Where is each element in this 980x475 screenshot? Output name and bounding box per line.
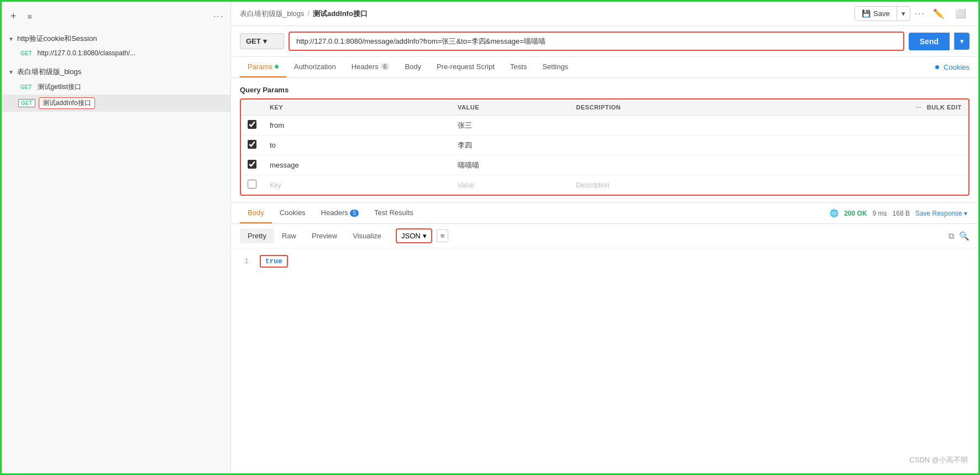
- col-description-header: DESCRIPTION: [569, 100, 766, 116]
- response-size: 168 B: [893, 210, 910, 217]
- response-true-value: true: [260, 255, 288, 268]
- tab-tests-label: Tests: [510, 62, 527, 71]
- response-tab-body[interactable]: Body: [240, 203, 272, 223]
- row4-checkbox[interactable]: [248, 180, 256, 189]
- method-get-badge-3: GET: [18, 99, 35, 107]
- request-tabs-bar: Params Authorization Headers 6 Body Pre-…: [231, 57, 978, 78]
- sidebar-item-getlist[interactable]: GET 测试getlist接口: [2, 80, 230, 95]
- row1-desc: [569, 116, 766, 135]
- query-params-table: KEY VALUE DESCRIPTION ··· Bulk Edit from…: [241, 100, 968, 195]
- tab-pre-request[interactable]: Pre-request Script: [429, 57, 502, 77]
- sidebar-more-button[interactable]: ···: [213, 12, 224, 22]
- search-body-button[interactable]: 🔍: [959, 231, 969, 241]
- sidebar-item-classpath[interactable]: GET http://127.0.0.1:8080/classpath/...: [2, 46, 230, 60]
- tab-settings-label: Settings: [542, 62, 568, 71]
- body-tab-raw[interactable]: Raw: [274, 228, 304, 243]
- tab-params[interactable]: Params: [240, 57, 286, 77]
- save-button[interactable]: 💾 Save: [855, 7, 897, 20]
- body-tab-pretty[interactable]: Pretty: [240, 228, 274, 243]
- save-dropdown-button[interactable]: ▾: [897, 7, 910, 20]
- method-chevron-icon: ▾: [263, 37, 267, 45]
- sidebar-filter-button[interactable]: ≡: [25, 11, 34, 22]
- header-bar: 表白墙初级版_blogs / 测试addInfo接口 💾 Save ▾ ··· …: [231, 2, 978, 26]
- tab-settings[interactable]: Settings: [534, 57, 576, 77]
- tab-body[interactable]: Body: [397, 57, 429, 77]
- row4-value-placeholder: Value: [458, 181, 474, 189]
- row4-desc-placeholder: Description: [576, 181, 609, 189]
- breadcrumb-current: 测试addInfo接口: [313, 9, 368, 19]
- response-tab-cookies[interactable]: Cookies: [272, 203, 313, 223]
- response-tab-test-results[interactable]: Test Results: [366, 203, 421, 223]
- url-input[interactable]: [290, 33, 903, 50]
- response-headers-label: Headers: [321, 208, 348, 217]
- response-section: Body Cookies Headers 5 Test Results 🌐 20…: [231, 202, 978, 473]
- json-true-text: true: [265, 257, 282, 265]
- method-select[interactable]: GET ▾: [240, 33, 284, 49]
- row2-checkbox[interactable]: [248, 140, 256, 149]
- sidebar-group-http-header[interactable]: ▼ http验证cookie和Session: [2, 31, 230, 46]
- response-headers-badge: 5: [350, 210, 359, 217]
- sidebar-toolbar: + ≡ ···: [2, 6, 230, 29]
- send-dropdown-button[interactable]: ▾: [954, 33, 969, 50]
- breadcrumb: 表白墙初级版_blogs / 测试addInfo接口: [240, 9, 368, 19]
- save-icon: 💾: [862, 9, 871, 18]
- save-button-group: 💾 Save ▾: [855, 6, 910, 21]
- line-number: 1: [244, 257, 249, 265]
- col-bulk-edit[interactable]: ··· Bulk Edit: [767, 100, 968, 116]
- row2-key: to: [263, 135, 451, 155]
- row3-key: message: [263, 155, 451, 175]
- method-label: GET: [246, 37, 261, 45]
- send-button[interactable]: Send: [909, 33, 950, 50]
- copy-body-button[interactable]: ⧉: [948, 231, 955, 241]
- cookies-link[interactable]: Cookies: [944, 63, 969, 71]
- headers-badge: 6: [381, 63, 390, 70]
- tab-body-label: Body: [405, 62, 421, 71]
- sidebar-item-getlist-label: 测试getlist接口: [38, 82, 81, 92]
- tab-authorization-label: Authorization: [294, 62, 336, 71]
- tab-authorization[interactable]: Authorization: [286, 57, 344, 77]
- query-params-table-wrapper: KEY VALUE DESCRIPTION ··· Bulk Edit from…: [240, 98, 969, 196]
- chevron-down-icon-2: ▼: [8, 69, 14, 75]
- response-tab-headers[interactable]: Headers 5: [313, 203, 366, 223]
- table-row: from 张三: [241, 116, 968, 135]
- row3-checkbox[interactable]: [248, 160, 256, 169]
- row1-checkbox[interactable]: [248, 120, 256, 129]
- save-response-button[interactable]: Save Response ▾: [915, 210, 967, 217]
- row3-value: 喵喵喵: [451, 155, 569, 175]
- method-get-badge-2: GET: [18, 83, 34, 91]
- response-tabs-bar: Body Cookies Headers 5 Test Results 🌐 20…: [231, 203, 978, 224]
- header-edit-button[interactable]: ✏️: [930, 6, 947, 21]
- col-key-header: KEY: [263, 100, 451, 116]
- sidebar-group-blogs-header[interactable]: ▼ 表白墙初级版_blogs: [2, 64, 230, 80]
- row2-desc: [569, 135, 766, 155]
- response-body-format-tabs: Pretty Raw Preview Visualize JSON ▾ ≡ ⧉ …: [231, 224, 978, 248]
- status-ok-badge: 200 OK: [844, 210, 867, 217]
- save-response-arrow: ▾: [964, 210, 967, 217]
- body-tab-preview[interactable]: Preview: [304, 228, 345, 243]
- main-content: 表白墙初级版_blogs / 测试addInfo接口 💾 Save ▾ ··· …: [231, 2, 978, 473]
- sidebar-item-addinfo[interactable]: GET 测试addInfo接口: [2, 95, 230, 112]
- json-format-select[interactable]: JSON ▾: [396, 228, 432, 243]
- header-copy-button[interactable]: ⬜: [952, 6, 969, 21]
- row3-desc: [569, 155, 766, 175]
- sidebar-add-button[interactable]: +: [8, 9, 19, 23]
- row1-key: from: [263, 116, 451, 135]
- header-more-button[interactable]: ···: [915, 9, 925, 19]
- table-row-empty: Key Value Description: [241, 175, 968, 195]
- sidebar-item-addinfo-label: 测试addInfo接口: [39, 97, 95, 109]
- body-tab-visualize[interactable]: Visualize: [345, 228, 389, 243]
- query-params-title: Query Params: [240, 86, 969, 94]
- row4-key-placeholder: Key: [270, 181, 281, 189]
- url-bar: GET ▾ Send ▾: [231, 26, 978, 57]
- response-status-bar: 🌐 200 OK 9 ms 168 B Save Response ▾: [830, 209, 969, 217]
- sidebar: + ≡ ··· ▼ http验证cookie和Session GET http:…: [2, 2, 231, 473]
- tab-headers[interactable]: Headers 6: [344, 57, 397, 77]
- header-actions: 💾 Save ▾ ··· ✏️ ⬜: [855, 6, 969, 21]
- sidebar-group-http-label: http验证cookie和Session: [17, 34, 97, 44]
- params-section-header: Query Params: [231, 78, 978, 98]
- json-format-label: JSON: [401, 232, 421, 240]
- filter-button[interactable]: ≡: [437, 229, 449, 242]
- sidebar-toolbar-left: + ≡: [8, 9, 34, 23]
- tab-tests[interactable]: Tests: [502, 57, 534, 77]
- tab-headers-label: Headers: [352, 62, 379, 71]
